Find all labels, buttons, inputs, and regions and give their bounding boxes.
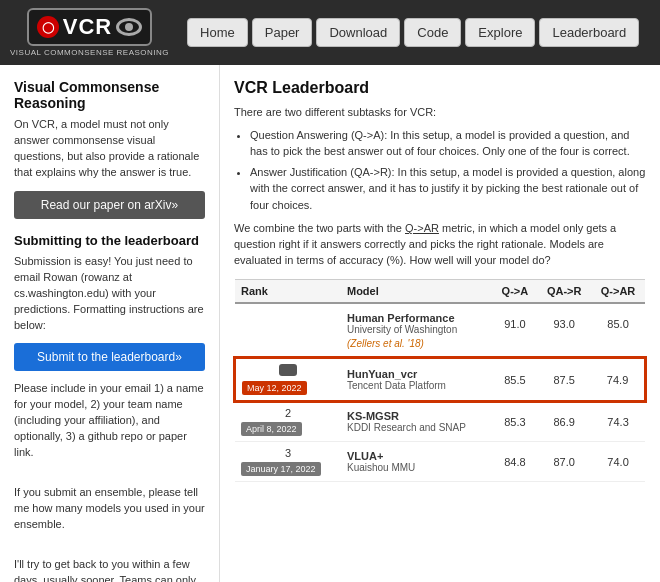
nav-home[interactable]: Home (187, 18, 248, 47)
submit-text: Submission is easy! You just need to ema… (14, 254, 205, 334)
metric-text: We combine the two parts with the Q->AR … (234, 221, 646, 269)
logo-icon-left: ◯ (37, 16, 59, 38)
row3-ar: 87.0 (537, 442, 591, 482)
left-panel: Visual Commonsense Reasoning On VCR, a m… (0, 65, 220, 582)
right-intro: There are two different subtasks for VCR… (234, 105, 646, 121)
highlighted-rank: May 12, 2022 (235, 358, 341, 401)
right-panel: VCR Leaderboard There are two different … (220, 65, 660, 582)
rank-badge (279, 364, 297, 376)
col-qar: Q->AR (591, 280, 645, 304)
nav-leaderboard[interactable]: Leaderboard (539, 18, 639, 47)
logo-box: ◯ VCR (27, 8, 152, 46)
human-qar: 85.0 (591, 303, 645, 337)
submit-button[interactable]: Submit to the leaderboard» (14, 343, 205, 371)
right-title: VCR Leaderboard (234, 79, 646, 97)
table-row-3: 3 January 17, 2022 VLUA+ Kuaishou MMU 84… (235, 442, 645, 482)
left-intro: On VCR, a model must not only answer com… (14, 117, 205, 181)
row3-qa: 84.8 (493, 442, 538, 482)
main-content: Visual Commonsense Reasoning On VCR, a m… (0, 65, 660, 582)
left-title: Visual Commonsense Reasoning (14, 79, 205, 111)
row3-model: VLUA+ Kuaishou MMU (341, 442, 493, 482)
table-row-2: 2 April 8, 2022 KS-MGSR KDDI Research an… (235, 401, 645, 442)
nav-explore[interactable]: Explore (465, 18, 535, 47)
row2-ar: 86.9 (537, 401, 591, 442)
col-ar: QA->R (537, 280, 591, 304)
bullet-qa: Question Answering (Q->A): In this setup… (250, 127, 646, 160)
date-badge-gray-3: January 17, 2022 (241, 462, 321, 476)
logo-icon-right (116, 18, 142, 36)
col-model: Model (341, 280, 493, 304)
highlighted-qar: 74.9 (591, 358, 645, 401)
metric-highlight: Q->AR (405, 222, 439, 234)
human-ar: 93.0 (537, 303, 591, 337)
reply-note: I'll try to get back to you within a few… (14, 557, 205, 582)
highlighted-model: HunYuan_vcr Tencent Data Platform (341, 358, 493, 401)
date-badge-red: May 12, 2022 (242, 381, 307, 395)
human-rank (235, 303, 341, 337)
bullet-list: Question Answering (Q->A): In this setup… (250, 127, 646, 214)
nav-code[interactable]: Code (404, 18, 461, 47)
header: ◯ VCR Visual Commonsense Reasoning Home … (0, 0, 660, 65)
highlighted-ar: 87.5 (537, 358, 591, 401)
submit-note: Please include in your email 1) a name f… (14, 381, 205, 461)
logo-subtitle: Visual Commonsense Reasoning (10, 48, 169, 57)
table-row-human: Human Performance University of Washingt… (235, 303, 645, 337)
row3-qar: 74.0 (591, 442, 645, 482)
row2-qa: 85.3 (493, 401, 538, 442)
row3-rank: 3 January 17, 2022 (235, 442, 341, 482)
nav-paper[interactable]: Paper (252, 18, 313, 47)
row2-model: KS-MGSR KDDI Research and SNAP (341, 401, 493, 442)
leaderboard-table: Rank Model Q->A QA->R Q->AR Human Perfor… (234, 279, 646, 482)
bullet-ar: Answer Justification (QA->R): In this se… (250, 164, 646, 214)
col-qa: Q->A (493, 280, 538, 304)
human-qa: 91.0 (493, 303, 538, 337)
table-row-highlighted: May 12, 2022 HunYuan_vcr Tencent Data Pl… (235, 358, 645, 401)
main-nav: Home Paper Download Code Explore Leaderb… (187, 18, 639, 47)
col-rank: Rank (235, 280, 341, 304)
logo-text: VCR (63, 14, 112, 40)
logo-area: ◯ VCR Visual Commonsense Reasoning (10, 8, 169, 57)
table-row-zellers: (Zellers et al. '18) (235, 337, 645, 358)
ensemble-note: If you submit an ensemble, please tell m… (14, 485, 205, 533)
row2-qar: 74.3 (591, 401, 645, 442)
submit-title: Submitting to the leaderboard (14, 233, 205, 248)
date-badge-gray-2: April 8, 2022 (241, 422, 302, 436)
human-model: Human Performance University of Washingt… (341, 303, 493, 337)
row2-rank: 2 April 8, 2022 (235, 401, 341, 442)
zellers-link: (Zellers et al. '18) (347, 338, 424, 349)
highlighted-qa: 85.5 (493, 358, 538, 401)
nav-download[interactable]: Download (316, 18, 400, 47)
arxiv-button[interactable]: Read our paper on arXiv» (14, 191, 205, 219)
